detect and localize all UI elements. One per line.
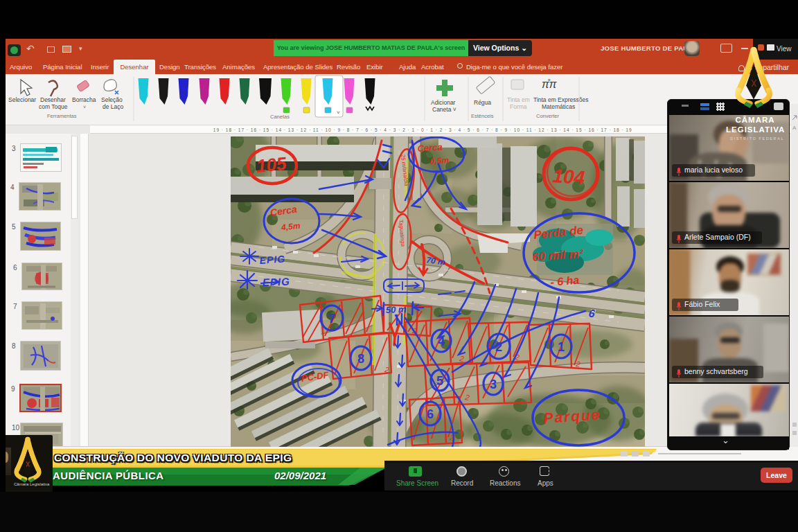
svg-text:Régua: Régua bbox=[474, 99, 491, 106]
svg-text:Selecionar: Selecionar bbox=[8, 96, 36, 103]
svg-text:Forma: Forma bbox=[510, 103, 527, 110]
svg-text:Converter: Converter bbox=[536, 113, 559, 119]
svg-text:˅: ˅ bbox=[337, 109, 340, 116]
svg-text:Seleção: Seleção bbox=[101, 96, 123, 103]
svg-text:Borracha: Borracha bbox=[72, 96, 96, 103]
svg-text:˅: ˅ bbox=[83, 105, 86, 109]
svg-text:Caneta ˅: Caneta ˅ bbox=[432, 106, 456, 113]
svg-text:Adicionar: Adicionar bbox=[431, 99, 456, 106]
svg-text:Desenhar: Desenhar bbox=[40, 96, 66, 103]
svg-text:Matemáticas: Matemáticas bbox=[542, 103, 575, 110]
svg-text:Tinta em: Tinta em bbox=[507, 96, 530, 103]
svg-text:Ferramentas: Ferramentas bbox=[47, 113, 77, 119]
svg-text:Tinta em Expressões: Tinta em Expressões bbox=[533, 96, 589, 103]
svg-text:de Laço: de Laço bbox=[103, 103, 124, 110]
svg-text:Estênceis: Estênceis bbox=[471, 113, 494, 119]
svg-text:π̊π: π̊π bbox=[542, 78, 557, 90]
svg-text:com Toque: com Toque bbox=[39, 103, 68, 110]
svg-text:Canetas: Canetas bbox=[270, 114, 290, 120]
